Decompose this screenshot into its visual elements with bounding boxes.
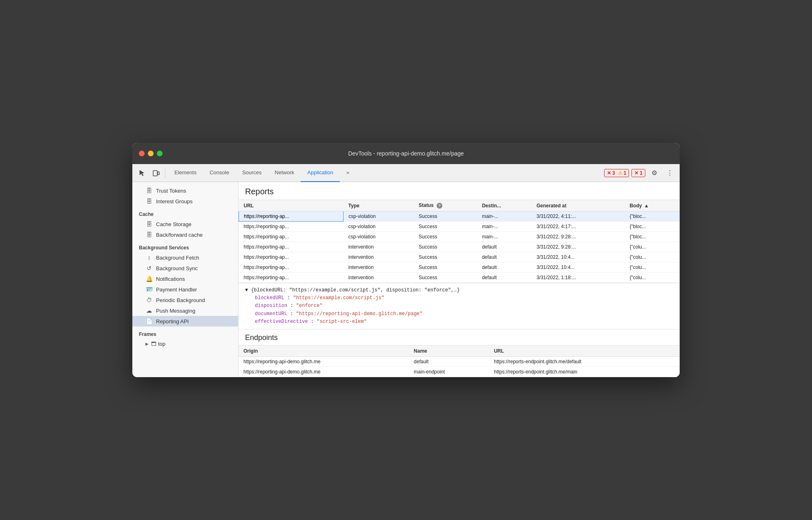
cell-url: https://reporting-ap...	[239, 272, 344, 282]
table-row[interactable]: https://reporting-ap... csp-violation Su…	[239, 231, 680, 242]
traffic-lights	[139, 151, 163, 156]
tab-elements[interactable]: Elements	[168, 164, 203, 182]
table-row[interactable]: https://reporting-ap... intervention Suc…	[239, 262, 680, 272]
cell-status: Success	[414, 211, 477, 221]
error2-icon: ✕	[634, 170, 638, 176]
cell-url: https://reporting-ap...	[239, 231, 344, 242]
notifications-icon: 🔔	[145, 276, 153, 282]
sidebar-item-cache-storage[interactable]: 🗄 Cache Storage	[132, 219, 238, 229]
separator	[165, 168, 165, 178]
sidebar-item-trust-tokens[interactable]: 🗄 Trust Tokens	[132, 185, 238, 196]
cursor-icon[interactable]	[136, 167, 149, 180]
back-forward-cache-icon: 🗄	[145, 231, 153, 238]
error-badge-2[interactable]: ✕ 1	[631, 169, 645, 177]
background-fetch-label: Background Fetch	[156, 255, 199, 261]
main-tabs: Elements Console Sources Network Applica…	[168, 164, 603, 182]
tab-more[interactable]: »	[340, 164, 356, 182]
ep-col-url: URL	[489, 346, 680, 357]
cell-generated: 3/31/2022, 10:4...	[531, 262, 625, 272]
reporting-api-label: Reporting API	[156, 318, 189, 324]
interest-groups-icon: 🗄	[145, 198, 153, 204]
cell-type: intervention	[344, 242, 414, 252]
cache-section-header: Cache	[132, 207, 238, 219]
settings-icon[interactable]: ⚙	[648, 167, 661, 180]
trust-tokens-icon: 🗄	[145, 187, 153, 194]
tab-application[interactable]: Application	[301, 164, 340, 182]
sidebar-item-background-fetch[interactable]: ↕ Background Fetch	[132, 252, 238, 263]
detail-effective-directive-line: effectiveDirective : "script-src-elem"	[245, 318, 673, 326]
device-icon[interactable]	[149, 167, 163, 180]
svg-rect-0	[153, 171, 157, 176]
maximize-button[interactable]	[157, 151, 163, 156]
sidebar-item-interest-groups[interactable]: 🗄 Interest Groups	[132, 196, 238, 207]
push-messaging-label: Push Messaging	[156, 308, 195, 314]
cell-body: {"colu...	[625, 272, 680, 282]
notifications-label: Notifications	[156, 276, 185, 282]
detail-blocked-url-line: blockedURL : "https://example.com/script…	[245, 294, 673, 302]
cell-generated: 3/31/2022, 4:17:...	[531, 221, 625, 231]
periodic-background-icon: ⏱	[145, 297, 153, 303]
cell-dest: main-...	[477, 221, 531, 231]
minimize-button[interactable]	[148, 151, 154, 156]
toolbar-badges: ✕ 3 ⚠ 1 ✕ 1 ⚙ ⋮	[604, 167, 676, 180]
document-url-value: "https://reporting-api-demo.glitch.me/pa…	[296, 311, 423, 317]
sidebar-item-reporting-api[interactable]: 📄 Reporting API	[132, 316, 238, 327]
tab-network[interactable]: Network	[268, 164, 301, 182]
sidebar-item-background-sync[interactable]: ↺ Background Sync	[132, 263, 238, 273]
table-row[interactable]: https://reporting-ap... intervention Suc…	[239, 272, 680, 282]
sidebar-item-push-messaging[interactable]: ☁ Push Messaging	[132, 305, 238, 316]
detail-document-url-line: documentURL : "https://reporting-api-dem…	[245, 310, 673, 318]
warning-count: 1	[624, 170, 627, 176]
blocked-url-value: "https://example.com/script.js"	[293, 295, 384, 301]
cell-dest: default	[477, 272, 531, 282]
ep-cell-url: https://reports-endpoint.glitch.me/main	[489, 367, 680, 377]
more-options-icon[interactable]: ⋮	[663, 167, 676, 180]
cell-type: csp-violation	[344, 211, 414, 221]
cell-generated: 3/31/2022, 1:18:...	[531, 272, 625, 282]
cell-body: {"bloc...	[625, 231, 680, 242]
background-sync-icon: ↺	[145, 265, 153, 271]
frame-icon: 🗔	[151, 341, 156, 347]
sidebar-item-back-forward-cache[interactable]: 🗄 Back/forward cache	[132, 229, 238, 240]
table-row[interactable]: https://reporting-api-demo.glitch.me def…	[239, 356, 680, 367]
table-row[interactable]: https://reporting-ap... intervention Suc…	[239, 242, 680, 252]
detail-summary: ▼ {blockedURL: "https://example.com/scri…	[245, 287, 673, 294]
main-panel: Reports URL Type Status ? Destin... Gene…	[239, 182, 680, 377]
cell-type: intervention	[344, 252, 414, 262]
endpoints-table: Origin Name URL https://reporting-api-de…	[239, 346, 680, 377]
cell-status: Success	[414, 242, 477, 252]
table-row[interactable]: https://reporting-ap... intervention Suc…	[239, 252, 680, 262]
table-row[interactable]: https://reporting-ap... csp-violation Su…	[239, 221, 680, 231]
trust-tokens-label: Trust Tokens	[156, 188, 186, 194]
bg-services-section-header: Background Services	[132, 240, 238, 252]
ep-col-name: Name	[409, 346, 489, 357]
col-body: Body ▲	[625, 200, 680, 211]
sidebar-item-payment-handler[interactable]: 🪪 Payment Handler	[132, 284, 238, 295]
sidebar-item-periodic-background[interactable]: ⏱ Periodic Background	[132, 295, 238, 305]
tab-console[interactable]: Console	[203, 164, 236, 182]
error-count: 3	[612, 170, 615, 176]
cell-body: {"bloc...	[625, 211, 680, 221]
table-row[interactable]: https://reporting-api-demo.glitch.me mai…	[239, 367, 680, 377]
ep-cell-name: default	[409, 356, 489, 367]
cell-dest: default	[477, 262, 531, 272]
cell-dest: main-...	[477, 211, 531, 221]
cell-type: csp-violation	[344, 231, 414, 242]
status-info-icon[interactable]: ?	[437, 203, 442, 209]
effective-directive-value: "script-src-elem"	[317, 319, 366, 324]
cell-url: https://reporting-ap...	[239, 242, 344, 252]
endpoints-title: Endpoints	[239, 329, 680, 346]
cell-body: {"colu...	[625, 262, 680, 272]
ep-cell-origin: https://reporting-api-demo.glitch.me	[239, 356, 409, 367]
sidebar-item-notifications[interactable]: 🔔 Notifications	[132, 273, 238, 284]
table-row[interactable]: https://reporting-ap... csp-violation Su…	[239, 211, 680, 221]
window-title: DevTools - reporting-api-demo.glitch.me/…	[348, 150, 464, 157]
col-dest: Destin...	[477, 200, 531, 211]
cell-status: Success	[414, 231, 477, 242]
tab-sources[interactable]: Sources	[236, 164, 268, 182]
close-button[interactable]	[139, 151, 145, 156]
disposition-value: "enforce"	[296, 303, 323, 309]
error-badge[interactable]: ✕ 3 ⚠ 1	[604, 169, 629, 177]
cell-type: csp-violation	[344, 221, 414, 231]
sidebar-item-top-frame[interactable]: ▶ 🗔 top	[132, 339, 238, 349]
